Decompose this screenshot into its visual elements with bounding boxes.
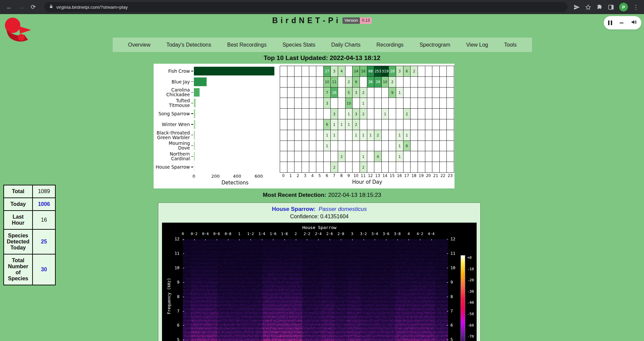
stat-value[interactable]: 30 [33,254,55,285]
nav-item-overview[interactable]: Overview [128,42,151,48]
top10-chart: Fish CrowBlue JayCarolina ChickadeeTufte… [154,64,454,188]
heatmap-cell [440,109,447,119]
heatmap-cell [338,98,345,109]
browser-menu-icon[interactable]: ⋮ [633,4,639,10]
heatmap-cell [316,98,324,109]
stat-label: Last Hour [4,211,33,229]
y-tick [191,146,193,146]
heatmap-cell: 7 [324,88,331,98]
extensions-icon[interactable] [596,4,603,10]
y-tick [191,156,193,157]
bookmark-star-icon[interactable] [585,4,591,10]
detections-bar [194,67,274,75]
heatmap-cell [440,66,447,77]
heatmap-cell: 253 [374,66,382,77]
time-tick-label: 1·6 [270,232,276,236]
stat-value[interactable]: 1006 [33,198,55,211]
heatmap-cell [418,98,425,109]
heatmap-cell: 4 [338,66,345,77]
heatmap-cell [425,119,433,130]
x-tick-label: 600 [255,174,263,179]
heatmap-cell: 2 [360,162,367,173]
forward-icon[interactable]: → [16,2,26,12]
lock-icon [49,4,53,10]
profile-avatar[interactable]: P [619,3,628,11]
nav-item-tools[interactable]: Tools [504,42,517,48]
nav-item-spectrogram[interactable]: Spectrogram [420,42,450,48]
heatmap-cell: 2 [404,109,411,119]
heatmap-cell [432,88,440,98]
hour-label: 18 [410,173,418,178]
heatmap-cell [280,130,287,141]
nav-item-today-s-detections[interactable]: Today's Detections [166,42,211,48]
nav-item-best-recordings[interactable]: Best Recordings [227,42,266,48]
heatmap-cell [374,109,382,119]
nav-item-species-stats[interactable]: Species Stats [282,42,315,48]
heatmap-cell [316,130,324,141]
heatmap-cell [367,88,375,98]
nav-item-view-log[interactable]: View Log [466,42,488,48]
back-icon[interactable]: ← [4,2,14,12]
detection-scientific-link[interactable]: Passer domesticus [319,206,367,212]
heatmap-cell [309,77,317,88]
heatmap-cell: 1 [324,130,331,141]
hour-axis-label: Hour of Day [280,179,454,185]
heatmap-cell [309,130,317,141]
seek-bar[interactable] [620,22,624,23]
reload-icon[interactable]: ⟳ [28,2,38,12]
heatmap-cell: 9 [389,88,396,98]
heatmap-cell [432,130,440,141]
heatmap-cell: 1 [396,88,404,98]
species-label-row: Mourning Dove [154,140,193,151]
stat-value[interactable]: 25 [33,229,55,254]
url-text: virginia.birdnetpi.com/?stream=play [56,5,128,10]
audio-player[interactable] [604,16,641,30]
heatmap-cell: 1 [331,119,338,130]
freq-tick-label: 7 [162,309,179,314]
detections-bar [194,109,195,118]
detections-axis-label: Detections [194,180,276,186]
pause-button[interactable] [608,20,612,25]
heatmap-cell: 1 [360,151,367,162]
heatmap-cell [287,98,295,109]
heatmap-cell: 14 [353,66,360,77]
species-label: Song Sparrow [158,111,190,116]
heatmap-cell [367,141,375,152]
heatmap-cell: 319 [382,66,389,77]
heatmap-cell [396,109,404,119]
heatmap-cell: 39 [374,77,382,88]
heatmap-cell [367,119,375,130]
heatmap-cell [418,130,425,141]
heatmap-cell [316,88,324,98]
species-label: Blue Jay [172,79,190,84]
heatmap-cell [294,141,302,152]
detections-bar-chart [194,66,276,172]
address-bar[interactable]: virginia.birdnetpi.com/?stream=play [44,2,568,12]
nav-item-recordings[interactable]: Recordings [376,42,404,48]
heatmap-cell [309,66,317,77]
side-panel-icon[interactable] [608,4,614,10]
detection-species-link[interactable]: House Sparrow: [272,206,316,212]
heatmap-cell [287,141,295,152]
heatmap-cell [302,77,309,88]
time-tick-label: 2·2 [304,232,310,236]
species-label: Northern Cardinal [156,152,190,161]
nav-item-daily-charts[interactable]: Daily Charts [331,42,361,48]
heatmap-cell [440,77,447,88]
send-icon[interactable] [574,4,580,10]
detections-bar [194,88,200,97]
stats-row: Total Number of Species30 [4,254,55,285]
heatmap-cell [418,141,425,152]
heatmap-cell: 16 [360,66,367,77]
version-label: Version [342,17,360,24]
heatmap-cell: 2 [353,119,360,130]
heatmap-cell [440,151,447,162]
heatmap-cell [316,162,324,173]
db-tick-label: -30 [467,289,474,293]
heatmap-cell [309,109,317,119]
heatmap-cell [294,98,302,109]
volume-icon[interactable] [631,19,637,26]
heatmap-cell [324,162,331,173]
heatmap-cell [338,162,345,173]
heatmap-cell: 2 [338,151,345,162]
